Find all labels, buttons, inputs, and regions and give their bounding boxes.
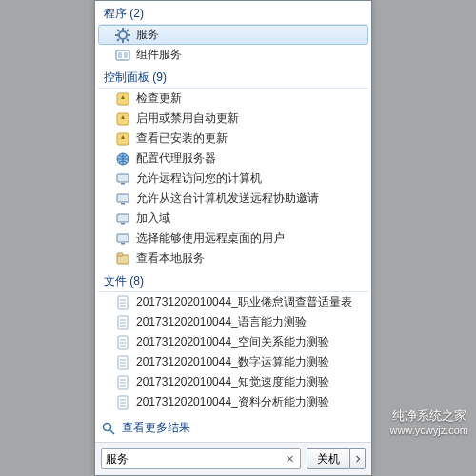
result-item[interactable]: 选择能够使用远程桌面的用户 [98, 228, 368, 248]
doc-icon [115, 295, 130, 310]
doc-icon [115, 395, 130, 410]
see-more-results-label: 查看更多结果 [122, 420, 190, 436]
system-icon [115, 211, 130, 227]
chevron-right-icon [354, 455, 362, 463]
svg-line-8 [117, 39, 119, 41]
result-label: 201731202010044_空间关系能力测验 [136, 334, 329, 350]
result-item[interactable]: 检查更新 [98, 89, 368, 109]
result-item[interactable]: 201731202010044_语言能力测验 [98, 312, 368, 332]
start-menu: 程序 (2) 服务 组件服务 控制面板 (9) 检查更新 [94, 0, 372, 476]
clear-icon[interactable]: ✕ [284, 453, 296, 466]
update-icon [115, 111, 130, 127]
component-icon [115, 48, 130, 63]
svg-line-6 [127, 39, 129, 41]
result-item-services[interactable]: 服务 [98, 25, 368, 45]
result-label: 查看已安装的更新 [136, 130, 228, 147]
svg-point-55 [104, 423, 111, 430]
group-header-files: 文件 (8) [98, 269, 368, 292]
globe-icon [115, 151, 130, 167]
result-label: 加入域 [136, 210, 170, 227]
svg-rect-19 [121, 203, 125, 205]
result-item-component-services[interactable]: 组件服务 [98, 45, 368, 65]
result-item[interactable]: 允许远程访问您的计算机 [98, 169, 368, 188]
shutdown-button[interactable]: 关机 [307, 448, 350, 469]
result-label: 201731202010044_知觉速度能力测验 [136, 374, 329, 390]
svg-rect-11 [124, 52, 128, 58]
svg-line-56 [110, 430, 114, 434]
admintools-icon [115, 251, 130, 267]
result-item[interactable]: 加入域 [98, 208, 368, 228]
watermark-title: 纯净系统之家 [389, 407, 468, 425]
svg-rect-23 [121, 243, 125, 245]
watermark-url: www.ycwyjz.com [389, 425, 468, 436]
svg-rect-20 [117, 214, 129, 222]
doc-icon [115, 375, 130, 390]
doc-icon [115, 315, 130, 330]
svg-rect-22 [117, 234, 129, 242]
system-icon [115, 231, 130, 247]
see-more-results[interactable]: 查看更多结果 [95, 414, 371, 442]
svg-rect-17 [121, 183, 125, 185]
group-header-programs: 程序 (2) [98, 2, 368, 25]
result-label: 201731202010044_语言能力测验 [136, 314, 307, 330]
result-label: 允许远程访问您的计算机 [136, 170, 262, 187]
system-icon [115, 171, 130, 187]
result-item[interactable]: 启用或禁用自动更新 [98, 109, 368, 129]
search-input[interactable] [106, 452, 284, 466]
doc-icon [115, 335, 130, 350]
svg-rect-25 [117, 253, 123, 256]
result-label: 检查更新 [136, 90, 182, 107]
svg-line-7 [127, 30, 129, 31]
update-icon [115, 91, 130, 107]
svg-rect-10 [118, 52, 122, 58]
result-label: 服务 [136, 27, 159, 43]
result-label: 201731202010044_职业倦怠调查普适量表 [136, 294, 352, 310]
result-item[interactable]: 允许从这台计算机发送远程协助邀请 [98, 188, 368, 208]
result-item[interactable]: 201731202010044_职业倦怠调查普适量表 [98, 292, 368, 312]
svg-point-0 [119, 31, 127, 39]
result-label: 201731202010044_数字运算能力测验 [136, 354, 329, 370]
svg-rect-18 [117, 194, 129, 202]
search-box[interactable]: ✕ [101, 448, 301, 469]
svg-rect-16 [117, 174, 129, 182]
update-icon [115, 131, 130, 147]
result-item[interactable]: 201731202010044_资料分析能力测验 [98, 392, 368, 412]
search-results: 程序 (2) 服务 组件服务 控制面板 (9) 检查更新 [95, 1, 371, 414]
result-item[interactable]: 配置代理服务器 [98, 149, 368, 169]
result-item[interactable]: 查看已安装的更新 [98, 129, 368, 149]
result-label: 启用或禁用自动更新 [136, 110, 239, 127]
doc-icon [115, 355, 130, 370]
result-label: 组件服务 [136, 47, 182, 63]
svg-line-5 [117, 30, 119, 31]
result-label: 允许从这台计算机发送远程协助邀请 [136, 190, 319, 207]
group-list-control-panel: 检查更新 启用或禁用自动更新 查看已安装的更新 配置代理服务器 允许远程访问您的… [98, 89, 368, 268]
watermark: 纯净系统之家 www.ycwyjz.com [389, 407, 468, 436]
system-icon [115, 191, 130, 207]
shutdown-options-button[interactable] [350, 448, 366, 469]
shutdown-split-button: 关机 [307, 448, 366, 469]
group-list-programs: 服务 组件服务 [98, 25, 368, 65]
start-menu-bottom: ✕ 关机 [95, 442, 371, 475]
result-label: 查看本地服务 [136, 250, 205, 267]
group-header-control-panel: 控制面板 (9) [98, 66, 368, 89]
result-item[interactable]: 201731202010044_空间关系能力测验 [98, 332, 368, 352]
result-item[interactable]: 201731202010044_数字运算能力测验 [98, 352, 368, 372]
svg-rect-21 [121, 223, 125, 225]
result-item[interactable]: 201731202010044_知觉速度能力测验 [98, 372, 368, 392]
gear-icon [115, 28, 130, 43]
group-list-files: 201731202010044_职业倦怠调查普适量表 2017312020100… [98, 292, 368, 414]
result-label: 201731202010044_资料分析能力测验 [136, 394, 329, 410]
result-label: 选择能够使用远程桌面的用户 [136, 230, 285, 247]
search-icon [101, 421, 116, 436]
result-item[interactable]: 查看本地服务 [98, 248, 368, 268]
result-label: 配置代理服务器 [136, 150, 216, 167]
